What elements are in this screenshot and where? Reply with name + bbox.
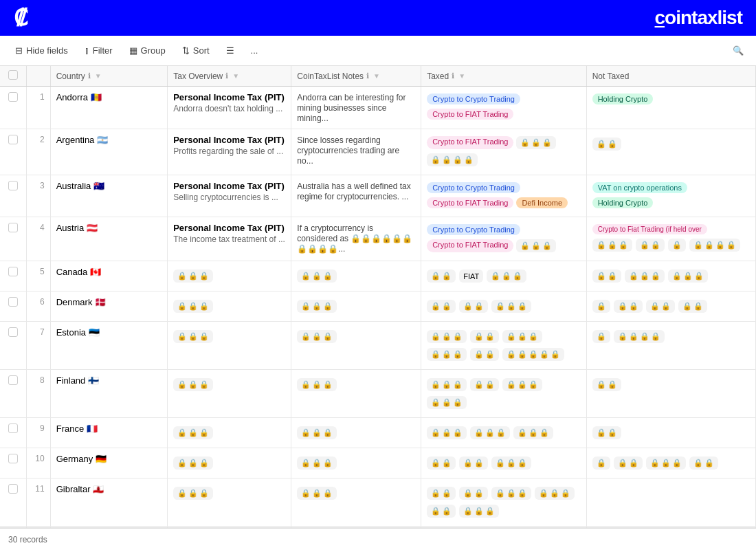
- not-taxed-cell[interactable]: 🔒🔒🔒🔒🔒🔒🔒: [586, 292, 755, 322]
- notes-cell[interactable]: 🔒🔒🔒: [291, 261, 421, 292]
- not-taxed-cell[interactable]: VAT on crypto operationsHolding Crypto: [586, 175, 755, 217]
- notes-cell[interactable]: 🔒🔒🔒: [291, 478, 421, 527]
- not-taxed-cell[interactable]: 🔒🔒🔒🔒🔒: [586, 322, 755, 370]
- notes-cell[interactable]: If a cryptocurrency is considered as 🔒🔒🔒…: [291, 217, 421, 261]
- sort-button[interactable]: ⇅ Sort: [175, 42, 216, 59]
- group-icon: ▦: [129, 45, 137, 56]
- lock-icon: 🔒: [672, 272, 682, 280]
- taxed-cell[interactable]: 🔒🔒🔒🔒🔒🔒🔒🔒🔒🔒🔒🔒🔒🔒🔒: [421, 478, 587, 527]
- taxed-cell[interactable]: 🔒🔒FIAT🔒🔒🔒: [421, 261, 587, 292]
- th-notes[interactable]: CoinTaxList Notes ℹ ▼: [291, 66, 421, 87]
- country-cell[interactable]: Argentina 🇦🇷: [50, 129, 168, 175]
- taxed-cell[interactable]: 🔒🔒🔒🔒🔒🔒🔒: [421, 448, 587, 478]
- row-checkbox[interactable]: [8, 267, 18, 276]
- not-taxed-cell[interactable]: 🔒🔒: [586, 418, 755, 448]
- not-taxed-cell[interactable]: 🔒🔒🔒🔒🔒🔒🔒🔒: [586, 448, 755, 478]
- not-taxed-cell[interactable]: 🔒🔒🔒🔒🔒🔒🔒🔒: [586, 261, 755, 292]
- notes-sort-icon[interactable]: ▼: [372, 71, 381, 81]
- taxed-cell[interactable]: Crypto to Crypto Trading Crypto to FIAT …: [421, 217, 587, 261]
- row-checkbox[interactable]: [8, 484, 18, 494]
- country-name: Canada 🇨🇦: [56, 267, 101, 277]
- country-sort-icon[interactable]: ▼: [93, 71, 103, 81]
- search-button[interactable]: 🔍: [729, 41, 748, 60]
- row-checkbox[interactable]: [8, 92, 18, 102]
- notes-cell[interactable]: Since losses regarding cryptocurrencies …: [291, 129, 421, 175]
- row-checkbox[interactable]: [8, 181, 18, 190]
- th-taxed[interactable]: Taxed ℹ ▼: [421, 66, 587, 87]
- country-cell[interactable]: Canada 🇨🇦: [50, 261, 168, 292]
- taxed-cell[interactable]: Crypto to Crypto Trading Crypto to FIAT …: [421, 87, 587, 129]
- more-button[interactable]: ...: [244, 42, 265, 59]
- hide-fields-button[interactable]: ⊟ Hide fields: [8, 42, 75, 59]
- tax-overview-cell[interactable]: 🔒🔒🔒: [168, 478, 291, 527]
- not-taxed-cell[interactable]: [586, 478, 755, 527]
- not-taxed-cell[interactable]: Holding Crypto: [586, 87, 755, 129]
- country-cell[interactable]: Austria 🇦🇹: [50, 217, 168, 261]
- notes-cell[interactable]: 🔒🔒🔒: [291, 292, 421, 322]
- not-taxed-cell[interactable]: 🔒🔒: [586, 129, 755, 175]
- lock-icon: 🔒: [629, 332, 638, 341]
- tag: Crypto to Crypto Trading: [427, 182, 520, 193]
- country-cell[interactable]: Gibraltar 🇬🇮: [50, 478, 168, 527]
- tax-overview-cell[interactable]: Personal Income Tax (PIT)Selling cryptoc…: [168, 175, 291, 217]
- row-checkbox[interactable]: [8, 135, 18, 144]
- row-height-button[interactable]: ☰: [219, 42, 241, 59]
- notes-cell[interactable]: Andorra can be interesting for mining bu…: [291, 87, 421, 129]
- lock-icon: 🔒: [485, 380, 495, 389]
- not-taxed-cell[interactable]: 🔒🔒: [586, 370, 755, 418]
- tax-overview-cell[interactable]: 🔒🔒🔒: [168, 292, 291, 322]
- filter-button[interactable]: ⫿ Filter: [78, 42, 120, 59]
- lock-icon: 🔒: [301, 489, 311, 498]
- row-checkbox[interactable]: [8, 223, 18, 232]
- tax-overview-cell[interactable]: 🔒🔒🔒: [168, 370, 291, 418]
- taxed-cell[interactable]: 🔒🔒🔒🔒🔒🔒🔒🔒🔒🔒🔒: [421, 370, 587, 418]
- tax-overview-cell[interactable]: 🔒🔒🔒: [168, 322, 291, 370]
- tax-overview-cell[interactable]: 🔒🔒🔒: [168, 261, 291, 292]
- taxed-sort-icon[interactable]: ▼: [457, 71, 467, 81]
- country-cell[interactable]: Denmark 🇩🇰: [50, 292, 168, 322]
- country-cell[interactable]: Australia 🇦🇺: [50, 175, 168, 217]
- country-cell[interactable]: France 🇫🇷: [50, 418, 168, 448]
- lock-icon: 🔒: [188, 489, 198, 498]
- country-name: France 🇫🇷: [56, 424, 98, 434]
- notes-cell[interactable]: 🔒🔒🔒: [291, 370, 421, 418]
- tax-overview-cell[interactable]: Personal Income Tax (PIT)Andorra doesn't…: [168, 87, 291, 129]
- tax-sort-icon[interactable]: ▼: [231, 71, 241, 81]
- th-tax-overview[interactable]: Tax Overview ℹ ▼: [168, 66, 291, 87]
- th-not-taxed[interactable]: Not Taxed: [586, 66, 755, 87]
- tax-overview-cell[interactable]: 🔒🔒🔒: [168, 418, 291, 448]
- taxed-cell[interactable]: Crypto to Crypto Trading Crypto to FIAT …: [421, 175, 587, 217]
- tax-subtitle: The income tax treatment of ...: [173, 234, 285, 244]
- row-checkbox[interactable]: [8, 454, 18, 463]
- taxed-cell[interactable]: 🔒🔒🔒🔒🔒🔒🔒🔒🔒🔒🔒🔒🔒🔒🔒🔒🔒🔒: [421, 322, 587, 370]
- not-taxed-cell[interactable]: Crypto to Fiat Trading (if held over 🔒🔒🔒…: [586, 217, 755, 261]
- notes-cell[interactable]: 🔒🔒🔒: [291, 322, 421, 370]
- notes-cell[interactable]: Australia has a well defined tax regime …: [291, 175, 421, 217]
- tax-overview-cell[interactable]: 🔒🔒🔒: [168, 448, 291, 478]
- tax-subtitle: Andorra doesn't tax holding ...: [173, 104, 285, 113]
- taxed-cell[interactable]: 🔒🔒🔒🔒🔒🔒🔒: [421, 292, 587, 322]
- tax-overview-cell[interactable]: Personal Income Tax (PIT)The income tax …: [168, 217, 291, 261]
- tax-title: Personal Income Tax (PIT): [173, 135, 285, 145]
- country-cell[interactable]: Andorra 🇦🇩: [50, 87, 168, 129]
- row-checkbox[interactable]: [8, 327, 18, 337]
- group-button[interactable]: ▦ Group: [122, 42, 173, 59]
- table-row: 8Finland 🇫🇮🔒🔒🔒🔒🔒🔒🔒🔒🔒🔒🔒🔒🔒🔒🔒🔒🔒🔒🔒: [0, 370, 756, 418]
- notes-cell[interactable]: 🔒🔒🔒: [291, 448, 421, 478]
- country-cell[interactable]: Estonia 🇪🇪: [50, 322, 168, 370]
- taxed-cell[interactable]: Crypto to FIAT Trading 🔒🔒🔒 🔒🔒🔒🔒: [421, 129, 587, 175]
- header-checkbox[interactable]: [8, 70, 18, 80]
- notes-cell[interactable]: 🔒🔒🔒: [291, 418, 421, 448]
- taxed-cell[interactable]: 🔒🔒🔒🔒🔒🔒🔒🔒🔒: [421, 418, 587, 448]
- lock-icon: 🔒: [551, 350, 560, 359]
- country-cell[interactable]: Finland 🇫🇮: [50, 370, 168, 418]
- row-checkbox[interactable]: [8, 297, 18, 307]
- tax-overview-cell[interactable]: Personal Income Tax (PIT)Profits regardi…: [168, 129, 291, 175]
- table-container[interactable]: Country ℹ ▼ Tax Overview ℹ ▼ CoinTaxList…: [0, 66, 756, 528]
- row-checkbox[interactable]: [8, 424, 18, 433]
- th-country[interactable]: Country ℹ ▼: [50, 66, 168, 87]
- status-bar: 30 records: [0, 528, 756, 550]
- tag: Crypto to FIAT Trading: [427, 109, 513, 120]
- row-checkbox[interactable]: [8, 375, 18, 385]
- country-cell[interactable]: Germany 🇩🇪: [50, 448, 168, 478]
